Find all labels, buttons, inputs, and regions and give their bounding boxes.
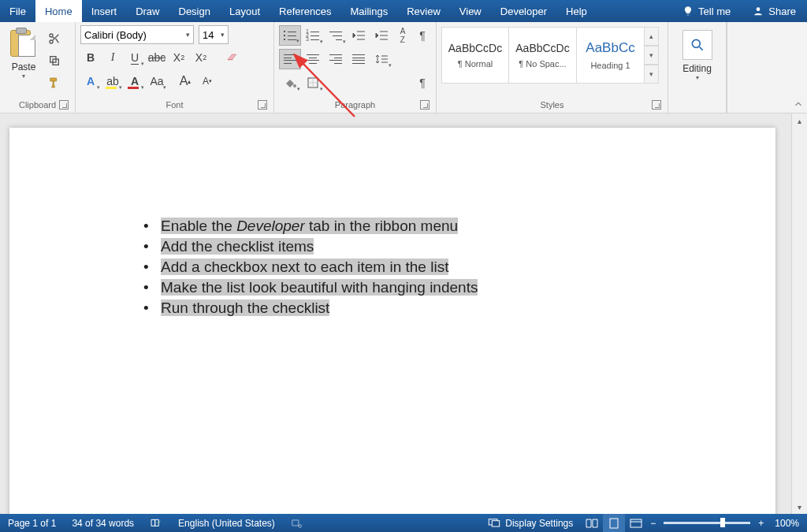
tell-me-button[interactable]: Tell me: [671, 0, 742, 22]
list-item[interactable]: •Make the list look beautiful with hangi…: [143, 279, 744, 296]
highlight-button[interactable]: ab▾: [102, 71, 123, 91]
styles-gallery-scroll[interactable]: ▴▾▾: [645, 27, 659, 84]
style-no-spacing[interactable]: AaBbCcDc ¶ No Spac...: [509, 27, 577, 84]
align-center-button[interactable]: [302, 49, 324, 69]
grow-font-button[interactable]: A▴: [175, 71, 195, 91]
document-page[interactable]: •Enable the Developer tab in the ribbon …: [9, 128, 775, 514]
group-clipboard-label: Clipboard: [19, 100, 56, 110]
page-indicator[interactable]: Page 1 of 1: [0, 514, 64, 532]
show-marks-button[interactable]: ¶: [413, 25, 432, 46]
multilevel-list-button[interactable]: ▾: [325, 25, 347, 46]
justify-icon: [352, 54, 365, 64]
display-settings-label: Display Settings: [505, 518, 573, 529]
web-layout-button[interactable]: [625, 514, 647, 532]
display-settings-button[interactable]: Display Settings: [480, 514, 581, 532]
tab-view[interactable]: View: [450, 0, 491, 22]
line-spacing-button[interactable]: ▾: [370, 49, 392, 69]
list-item[interactable]: •Add the checklist items: [143, 238, 744, 255]
font-size-combo[interactable]: 14▾: [199, 25, 229, 44]
zoom-out-button[interactable]: −: [647, 514, 659, 532]
justify-button[interactable]: [348, 49, 370, 69]
find-button[interactable]: [682, 30, 712, 60]
tab-references[interactable]: References: [270, 0, 340, 22]
change-case-button[interactable]: Aa▾: [147, 71, 167, 91]
clear-formatting-button[interactable]: [222, 47, 243, 68]
tab-draw[interactable]: Draw: [126, 0, 169, 22]
subscript-button[interactable]: X2: [169, 47, 189, 68]
paragraph-dialog-launcher[interactable]: [420, 100, 430, 110]
tab-layout[interactable]: Layout: [220, 0, 270, 22]
web-layout-icon: [630, 519, 642, 528]
tab-review[interactable]: Review: [397, 0, 450, 22]
paste-icon: [10, 28, 37, 60]
borders-button[interactable]: ▾: [302, 73, 324, 93]
group-font-label: Font: [165, 100, 183, 110]
accessibility-button[interactable]: [283, 514, 310, 532]
tell-me-label: Tell me: [698, 6, 731, 17]
strikethrough-button[interactable]: abc: [147, 47, 167, 68]
editing-label: Editing: [682, 63, 712, 74]
collapse-ribbon-icon[interactable]: [793, 99, 804, 110]
monitor-icon: [488, 518, 500, 529]
style-normal[interactable]: AaBbCcDc ¶ Normal: [441, 27, 509, 84]
italic-button[interactable]: I: [102, 47, 123, 68]
font-dialog-launcher[interactable]: [258, 100, 267, 110]
bold-button[interactable]: B: [80, 47, 101, 68]
align-right-icon: [329, 54, 342, 64]
bullet-icon: •: [143, 299, 161, 317]
bullets-button[interactable]: ▾: [279, 25, 301, 46]
font-color-button[interactable]: A▾: [125, 71, 145, 91]
vertical-scrollbar[interactable]: ▴ ▾: [791, 113, 807, 514]
group-editing: Editing ▾: [668, 22, 727, 113]
tab-file[interactable]: File: [0, 0, 35, 22]
tab-developer[interactable]: Developer: [491, 0, 556, 22]
align-right-button[interactable]: [325, 49, 347, 69]
tab-help[interactable]: Help: [556, 0, 597, 22]
share-button[interactable]: Share: [742, 0, 807, 22]
tab-mailings[interactable]: Mailings: [341, 0, 398, 22]
align-center-icon: [307, 54, 319, 64]
scroll-down-icon[interactable]: ▾: [792, 500, 807, 514]
read-mode-button[interactable]: [581, 514, 603, 532]
shrink-font-button[interactable]: A▾: [197, 71, 218, 91]
decrease-indent-button[interactable]: [348, 25, 370, 46]
zoom-in-button[interactable]: +: [755, 514, 767, 532]
line-spacing-icon: [375, 54, 388, 65]
copy-button[interactable]: [46, 52, 63, 69]
styles-dialog-launcher[interactable]: [652, 100, 661, 110]
paste-label: Paste: [12, 61, 36, 73]
style-heading1[interactable]: AaBbCc Heading 1: [577, 27, 645, 84]
align-left-button[interactable]: [279, 49, 301, 69]
language-indicator[interactable]: English (United States): [170, 514, 283, 532]
zoom-slider[interactable]: [664, 522, 750, 524]
word-count[interactable]: 34 of 34 words: [64, 514, 142, 532]
print-layout-button[interactable]: [603, 514, 625, 532]
increase-indent-button[interactable]: [370, 25, 392, 46]
bullet-icon: •: [143, 259, 161, 276]
list-item[interactable]: •Add a checkbox next to each item in the…: [143, 259, 744, 276]
ribbon-tabs: File Home Insert Draw Design Layout Refe…: [0, 0, 807, 22]
superscript-button[interactable]: X2: [191, 47, 211, 68]
align-left-icon: [284, 54, 296, 64]
text-effects-button[interactable]: A▾: [80, 71, 101, 91]
shading-button[interactable]: ▾: [279, 73, 301, 93]
list-item[interactable]: •Run through the checklist: [143, 299, 744, 317]
underline-button[interactable]: U▾: [125, 47, 145, 68]
numbering-button[interactable]: 1 2 3 ▾: [302, 25, 324, 46]
zoom-level[interactable]: 100%: [767, 514, 807, 532]
print-layout-icon: [608, 518, 619, 529]
tab-home[interactable]: Home: [35, 0, 82, 22]
tab-insert[interactable]: Insert: [82, 0, 127, 22]
paste-button[interactable]: Paste ▾: [5, 25, 43, 99]
scroll-up-icon[interactable]: ▴: [792, 113, 807, 128]
font-name-combo[interactable]: Calibri (Body)▾: [80, 25, 194, 44]
show-marks-button-2[interactable]: ¶: [413, 73, 432, 93]
sort-button[interactable]: AZ: [393, 25, 412, 46]
clipboard-dialog-launcher[interactable]: [59, 100, 69, 110]
spellcheck-button[interactable]: [142, 514, 170, 532]
list-item[interactable]: •Enable the Developer tab in the ribbon …: [143, 218, 744, 235]
tab-design[interactable]: Design: [169, 0, 220, 22]
cut-button[interactable]: [46, 30, 63, 47]
lightbulb-icon: [682, 6, 694, 17]
format-painter-button[interactable]: [46, 74, 63, 91]
